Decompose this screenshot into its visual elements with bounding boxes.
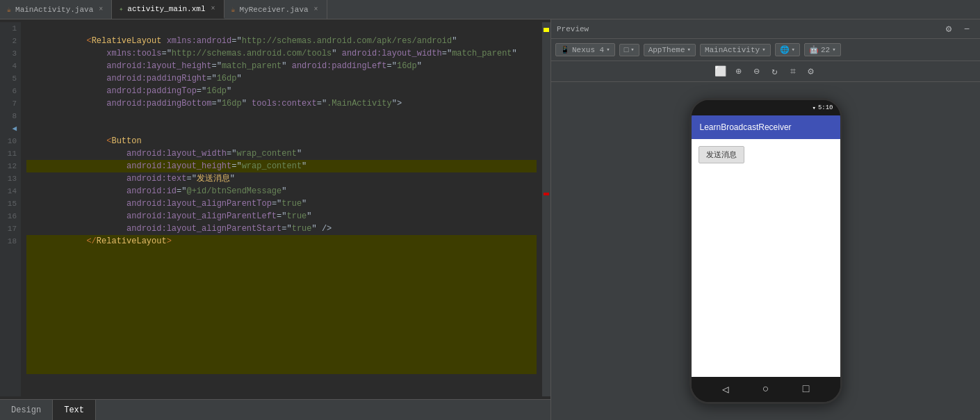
gutter-line-8: 8: [0, 110, 17, 122]
preview-canvas: ▾ 5:10 LearnBroadcastReceiver 发送消息 ◁ ○ □: [551, 82, 980, 420]
status-time: 5:10: [818, 104, 833, 111]
gutter-line-18: 18: [0, 235, 17, 248]
zoom-in-icon[interactable]: ⊕: [731, 64, 746, 79]
phone-nav-bar: ◁ ○ □: [692, 377, 840, 402]
gutter-line-7: 7: [0, 97, 17, 110]
tab-close-btn[interactable]: ×: [313, 5, 320, 14]
preview-settings-icon[interactable]: ⚙: [803, 64, 819, 79]
gutter-line-5: 5: [0, 72, 17, 85]
chevron-down-icon: ▾: [792, 46, 795, 54]
tab-label: MainActivity.java: [15, 6, 93, 14]
preview-icon-toolbar: ⬜ ⊕ ⊖ ↻ ⌗ ⚙: [551, 61, 980, 82]
tab-close-btn[interactable]: ×: [97, 5, 104, 14]
theme-label: AppTheme: [648, 46, 685, 54]
code-line-9: <Button: [26, 122, 537, 135]
activity-selector[interactable]: MainActivity ▾: [700, 44, 771, 56]
device-selector[interactable]: 📱 Nexus 4 ▾: [555, 43, 615, 56]
phone-status-icons: ▾ 5:10: [812, 104, 833, 112]
api-selector[interactable]: 🤖 22 ▾: [804, 43, 841, 56]
right-gutter: [542, 22, 550, 396]
code-area: 1 2 3 4 5 6 7 8 ◀ 10 11 12 13 14 15 16 1: [0, 22, 550, 396]
phone-app-title: LearnBroadcastReceiver: [700, 122, 792, 132]
layout-icon: □: [624, 46, 629, 54]
tab-design[interactable]: Design: [0, 400, 53, 420]
gutter-line-13: 13: [0, 172, 17, 185]
gutter-line-14: 14: [0, 185, 17, 197]
gutter-line-17: 17: [0, 223, 17, 235]
preview-header-right: ⚙ −: [941, 22, 974, 37]
java-icon: ☕: [231, 6, 236, 14]
tab-my-receiver-java[interactable]: ☕ MyReceiver.java ×: [224, 0, 327, 19]
gutter-line-3: 3: [0, 47, 17, 60]
chevron-down-icon: ▾: [630, 46, 634, 54]
nav-back-icon: ◁: [722, 382, 729, 396]
refresh-icon[interactable]: ↻: [767, 64, 783, 79]
nav-home-icon: ○: [762, 383, 769, 396]
gutter-line-9: ◀: [0, 122, 17, 135]
tab-label: MyReceiver.java: [240, 6, 309, 14]
preview-toolbar: 📱 Nexus 4 ▾ □ ▾ AppTheme ▾ MainActivity …: [551, 39, 980, 61]
locale-icon: 🌐: [780, 45, 790, 54]
gutter-line-6: 6: [0, 85, 17, 97]
gutter-line-1: 1: [0, 22, 17, 35]
minimize-icon[interactable]: −: [959, 22, 974, 37]
tab-activity-main-xml[interactable]: ✦ activity_main.xml ×: [112, 0, 224, 19]
camera-icon[interactable]: ⌗: [785, 64, 801, 79]
settings-icon[interactable]: ⚙: [941, 22, 956, 37]
android-icon: 🤖: [809, 45, 819, 54]
theme-selector[interactable]: AppTheme ▾: [644, 44, 696, 56]
gutter-line-4: 4: [0, 60, 17, 72]
preview-panel: Preview ⚙ − 📱 Nexus 4 ▾ □ ▾ AppTheme ▾: [551, 19, 980, 420]
tab-text[interactable]: Text: [53, 400, 96, 420]
phone-status-bar: ▾ 5:10: [692, 100, 840, 115]
api-label: 22: [821, 46, 830, 54]
xml-icon: ✦: [119, 5, 123, 13]
scroll-indicator-yellow: [544, 28, 549, 32]
wifi-icon: ▾: [812, 104, 815, 112]
tab-main-activity-java[interactable]: ☕ MainActivity.java ×: [0, 0, 112, 19]
bottom-tabs: Design Text: [0, 399, 550, 420]
gutter-line-10: 10: [0, 135, 17, 147]
locale-selector[interactable]: 🌐 ▾: [775, 43, 800, 56]
preview-label: Preview: [557, 25, 589, 33]
chevron-down-icon: ▾: [762, 46, 765, 54]
code-line-18: [26, 235, 537, 374]
activity-label: MainActivity: [705, 46, 760, 54]
phone-send-button: 发送消息: [699, 146, 744, 163]
gutter-line-11: 11: [0, 147, 17, 160]
gutter-line-2: 2: [0, 35, 17, 47]
fit-page-icon[interactable]: ⬜: [713, 64, 728, 79]
phone-app-bar: LearnBroadcastReceiver: [692, 115, 840, 139]
chevron-down-icon: ▾: [606, 46, 610, 54]
code-line-8: [26, 110, 537, 122]
scroll-indicator-red: [544, 193, 549, 195]
zoom-out-icon[interactable]: ⊖: [749, 64, 765, 79]
code-lines[interactable]: <RelativeLayout xmlns:android="http://sc…: [21, 22, 542, 396]
gutter-line-12: 12: [0, 160, 17, 172]
chevron-down-icon: ▾: [687, 46, 690, 54]
phone-content: 发送消息: [692, 139, 840, 377]
preview-header-left: Preview: [557, 25, 589, 33]
device-label: Nexus 4: [572, 46, 604, 54]
editor-panel: 1 2 3 4 5 6 7 8 ◀ 10 11 12 13 14 15 16 1: [0, 19, 551, 420]
tab-label: activity_main.xml: [127, 5, 205, 13]
device-icon: 📱: [560, 45, 570, 54]
line-numbers: 1 2 3 4 5 6 7 8 ◀ 10 11 12 13 14 15 16 1: [0, 22, 21, 396]
phone-mockup: ▾ 5:10 LearnBroadcastReceiver 发送消息 ◁ ○ □: [689, 98, 842, 404]
tab-close-btn[interactable]: ×: [210, 4, 217, 13]
tab-bar: ☕ MainActivity.java × ✦ activity_main.xm…: [0, 0, 980, 19]
editor-content[interactable]: 1 2 3 4 5 6 7 8 ◀ 10 11 12 13 14 15 16 1: [0, 19, 550, 399]
gutter-line-15: 15: [0, 197, 17, 210]
code-line-1: <RelativeLayout xmlns:android="http://sc…: [26, 22, 537, 35]
layout-selector[interactable]: □ ▾: [619, 44, 639, 56]
java-icon: ☕: [7, 6, 11, 14]
preview-header: Preview ⚙ −: [551, 19, 980, 39]
nav-recent-icon: □: [803, 383, 810, 396]
gutter-line-16: 16: [0, 210, 17, 223]
main-area: 1 2 3 4 5 6 7 8 ◀ 10 11 12 13 14 15 16 1: [0, 19, 980, 420]
chevron-down-icon: ▾: [832, 46, 835, 54]
